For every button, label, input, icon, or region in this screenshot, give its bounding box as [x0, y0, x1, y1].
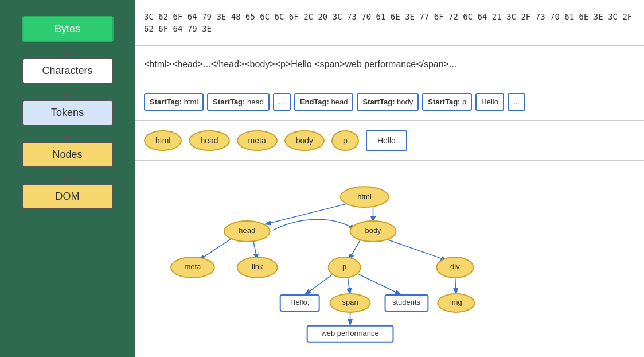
tokens-section: StartTag: html StartTag: head ... EndTag…	[135, 83, 644, 121]
edge-body-div	[382, 238, 448, 261]
token-endtag-head: EndTag: head	[294, 93, 354, 111]
token-value-endhead: head	[331, 98, 348, 106]
node-p: p	[331, 130, 359, 151]
edge-p-hello	[305, 274, 333, 295]
token-label-endhead: EndTag:	[300, 98, 329, 106]
token-value-head1: head	[247, 98, 264, 106]
characters-section: <html><head>...</head><body><p>Hello <sp…	[135, 46, 644, 83]
arrow-tokens-nodes	[64, 127, 71, 141]
chars-text: <html><head>...</head><body><p>Hello <sp…	[144, 59, 456, 69]
token-value-hello: Hello	[481, 98, 498, 106]
pipeline: Bytes Characters Tokens Nodes	[0, 0, 135, 357]
main-container: Bytes Characters Tokens Nodes	[0, 0, 644, 357]
edge-p-students	[359, 274, 402, 295]
dom-node-span-label: span	[342, 298, 358, 306]
dom-node-p-label: p	[342, 262, 346, 271]
edge-html-head	[264, 201, 356, 224]
token-starttag-body: StartTag: body	[357, 93, 419, 111]
dom-node-html-label: html	[357, 192, 372, 201]
dom-node-webperf-label: web performance	[321, 329, 378, 337]
token-label-p: StartTag:	[428, 98, 460, 106]
node-body: body	[284, 130, 325, 151]
nodes-section: html head meta body p Hello	[135, 121, 644, 161]
token-ellipsis-2: ...	[508, 93, 525, 111]
token-starttag-p: StartTag: p	[422, 93, 472, 111]
arrow-chars-tokens	[64, 85, 71, 99]
dom-section: html head body meta link p div	[135, 161, 644, 357]
content-area: 3C 62 6F 64 79 3E 48 65 6C 6C 6F 2C 20 3…	[135, 0, 644, 357]
pipeline-box-tokens: Tokens	[22, 100, 114, 126]
dom-node-meta-label: meta	[184, 262, 201, 271]
edge-body-p	[349, 238, 362, 261]
token-label-head1: StartTag:	[213, 98, 245, 106]
dom-node-students-label: students	[392, 298, 421, 306]
token-label-html: StartTag:	[150, 98, 182, 106]
arrow-bytes-chars	[64, 43, 71, 57]
token-hello: Hello	[475, 93, 504, 111]
dom-node-hello-label: Hello,	[290, 298, 309, 306]
node-head: head	[189, 130, 229, 151]
dom-node-div-label: div	[450, 262, 460, 271]
dom-node-link-label: link	[252, 262, 263, 271]
arrow-nodes-dom	[64, 169, 71, 183]
pipeline-box-dom: DOM	[22, 184, 114, 209]
node-hello-box: Hello	[366, 130, 407, 151]
edge-head-meta	[198, 238, 233, 261]
dom-tree-svg: html head body meta link p div	[135, 161, 644, 357]
token-ellipsis-1: ...	[273, 93, 291, 111]
bytes-section: 3C 62 6F 64 79 3E 48 65 6C 6C 6F 2C 20 3…	[135, 0, 644, 46]
token-starttag-html: StartTag: html	[144, 93, 204, 111]
node-html: html	[144, 130, 182, 151]
token-label-body: StartTag:	[362, 98, 395, 106]
dom-node-head-label: head	[239, 226, 255, 235]
token-value-html: html	[184, 98, 198, 106]
dom-node-body-label: body	[365, 226, 381, 235]
pipeline-box-nodes: Nodes	[22, 142, 114, 168]
token-starttag-head: StartTag: head	[207, 93, 270, 111]
pipeline-box-bytes: Bytes	[22, 16, 114, 42]
token-value-body: body	[397, 98, 413, 106]
bytes-text: 3C 62 6F 64 79 3E 48 65 6C 6C 6F 2C 20 3…	[144, 11, 635, 35]
pipeline-box-characters: Characters	[22, 58, 114, 84]
edge-head-body	[273, 219, 356, 230]
node-meta: meta	[237, 130, 278, 151]
dom-node-img-label: img	[450, 298, 462, 306]
token-value-p: p	[462, 98, 466, 106]
